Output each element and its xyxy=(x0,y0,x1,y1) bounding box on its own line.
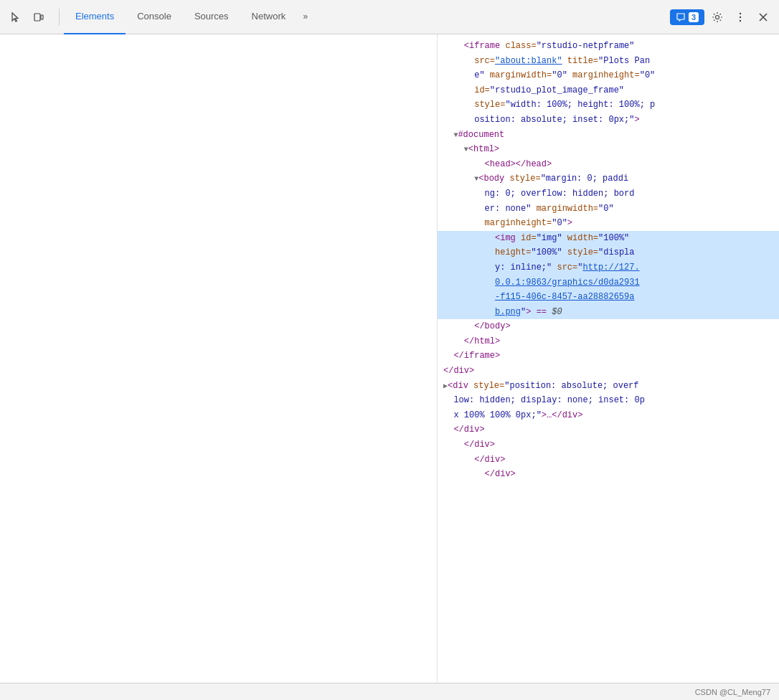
close-devtools-button[interactable] xyxy=(753,7,773,27)
chat-badge-button[interactable]: 3 xyxy=(670,9,704,25)
code-line-head: <head></head> xyxy=(438,157,779,172)
code-line-img5: -f115-406c-8457-aa28882659a xyxy=(438,290,779,305)
code-line-body2: ng: 0; overflow: hidden; bord xyxy=(438,186,779,202)
main-area: <iframe class="rstudio-netpframe" src="a… xyxy=(0,34,779,683)
badge-count: 3 xyxy=(689,12,699,22)
tab-network[interactable]: Network xyxy=(240,0,298,34)
code-line-1c: e" marginwidth="0" marginheight="0" xyxy=(438,68,779,83)
tab-console[interactable]: Console xyxy=(126,0,183,34)
svg-point-5 xyxy=(740,19,741,21)
code-line-cdiv5: </div> xyxy=(438,453,779,468)
toolbar-icons xyxy=(6,7,49,27)
tab-more-button[interactable]: » xyxy=(297,0,313,34)
tab-list: Elements Console Sources Network » xyxy=(64,0,670,34)
settings-button[interactable] xyxy=(707,7,727,27)
code-line-cbody: </body> xyxy=(438,319,779,334)
svg-point-2 xyxy=(716,15,719,19)
code-line-img: <img id="img" width="100%" xyxy=(438,231,779,246)
svg-point-4 xyxy=(740,16,741,17)
code-line-html: ▼<html> xyxy=(438,142,779,157)
code-line-ciframe: </iframe> xyxy=(438,349,779,364)
code-line-body: ▼<body style="margin: 0; paddi xyxy=(438,171,779,186)
code-line-doc: ▼#document xyxy=(438,128,779,143)
code-line-1: <iframe class="rstudio-netpframe" xyxy=(438,39,779,54)
toolbar-right: 3 xyxy=(670,7,773,27)
code-line-1d: id="rstudio_plot_image_frame" xyxy=(438,83,779,98)
svg-rect-1 xyxy=(41,15,43,19)
img-src-link3[interactable]: -f115-406c-8457-aa28882659a xyxy=(495,292,634,302)
img-src-link[interactable]: http://127. xyxy=(582,262,639,273)
code-line-img4: 0.0.1:9863/graphics/d0da2931 xyxy=(438,275,779,290)
more-options-button[interactable] xyxy=(730,7,750,27)
img-src-link2[interactable]: 0.0.1:9863/graphics/d0da2931 xyxy=(495,278,640,288)
code-line-1e: style="width: 100%; height: 100%; p xyxy=(438,98,779,113)
tab-sources[interactable]: Sources xyxy=(183,0,240,34)
devtools-toolbar: Elements Console Sources Network » 3 xyxy=(0,0,779,34)
img-src-link4[interactable]: b.png xyxy=(495,307,521,317)
code-line-body3: er: none" marginwidth="0" xyxy=(438,202,779,217)
toolbar-divider xyxy=(59,9,60,26)
code-line-div2c: x 100% 100% 0px;">…</div> xyxy=(438,408,779,423)
code-line-cdiv4: </div> xyxy=(438,438,779,453)
code-line-img3: y: inline;" src="http://127. xyxy=(438,260,779,275)
left-panel xyxy=(0,34,438,683)
code-line-chtml: </html> xyxy=(438,334,779,349)
code-line-body4: marginheight="0"> xyxy=(438,216,779,231)
code-line-div2: ▶<div style="position: absolute; overf xyxy=(438,379,779,394)
tab-elements[interactable]: Elements xyxy=(64,0,126,34)
device-toolbar-button[interactable] xyxy=(29,7,49,27)
code-line-div2b: low: hidden; display: none; inset: 0p xyxy=(438,393,779,408)
code-line-cdiv3: </div> xyxy=(438,422,779,438)
code-line-img2: height="100%" style="displa xyxy=(438,245,779,260)
bottom-bar: CSDN @CL_Meng77 xyxy=(0,683,779,700)
code-line-img6: b.png"> == $0 xyxy=(438,305,779,320)
svg-rect-0 xyxy=(34,14,40,21)
svg-point-3 xyxy=(740,12,741,14)
credit-text: CSDN @CL_Meng77 xyxy=(695,688,770,696)
code-line-1b: src="about:blank" title="Plots Pan xyxy=(438,54,779,69)
cursor-tool-button[interactable] xyxy=(6,7,26,27)
right-html-panel[interactable]: <iframe class="rstudio-netpframe" src="a… xyxy=(438,34,779,683)
code-line-1f: osition: absolute; inset: 0px;"> xyxy=(438,113,779,128)
code-line-cdiv1: </div> xyxy=(438,364,779,379)
code-line-cdiv6: </div> xyxy=(438,467,779,482)
